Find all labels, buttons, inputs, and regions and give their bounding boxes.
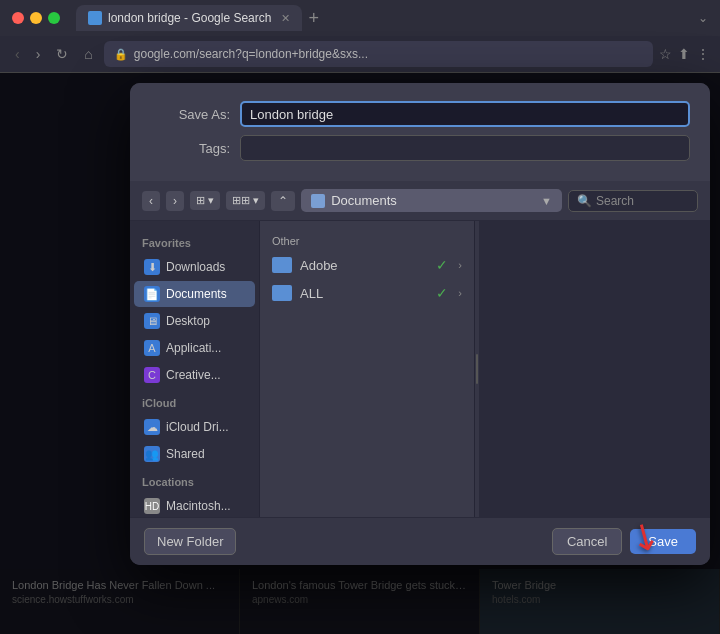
file-item-all[interactable]: ALL ✓ › bbox=[260, 279, 474, 307]
close-button[interactable] bbox=[12, 12, 24, 24]
save-button[interactable]: Save bbox=[630, 529, 696, 554]
sidebar-item-desktop[interactable]: 🖥 Desktop bbox=[134, 308, 255, 334]
column-view-button[interactable]: ⊞ ▾ bbox=[190, 191, 220, 210]
tags-label: Tags: bbox=[150, 141, 230, 156]
tab-close-button[interactable]: ✕ bbox=[281, 12, 290, 25]
sidebar-item-macintos[interactable]: HD Macintosh... bbox=[134, 493, 255, 517]
save-dialog: Save As: Tags: ‹ › ⊞ ▾ ⊞⊞ ▾ ⌃ Documents … bbox=[130, 83, 710, 565]
save-as-row: Save As: bbox=[150, 101, 690, 127]
toolbar-back-button[interactable]: ‹ bbox=[142, 191, 160, 211]
file-arrow-adobe: › bbox=[458, 259, 462, 271]
sidebar-item-label-desktop: Desktop bbox=[166, 314, 210, 328]
sidebar-item-label-icloud: iCloud Dri... bbox=[166, 420, 229, 434]
toolbar-forward-button[interactable]: › bbox=[166, 191, 184, 211]
browser-chrome: london bridge - Google Search ✕ + ⌄ ‹ › … bbox=[0, 0, 720, 73]
pane-divider[interactable] bbox=[475, 221, 479, 517]
pane-divider-handle bbox=[476, 354, 478, 384]
title-bar: london bridge - Google Search ✕ + ⌄ bbox=[0, 0, 720, 36]
documents-icon: 📄 bbox=[144, 286, 160, 302]
sidebar-item-applications[interactable]: A Applicati... bbox=[134, 335, 255, 361]
save-as-input[interactable] bbox=[240, 101, 690, 127]
traffic-lights bbox=[12, 12, 60, 24]
grid-view-button[interactable]: ⊞⊞ ▾ bbox=[226, 191, 265, 210]
sidebar-item-documents[interactable]: 📄 Documents bbox=[134, 281, 255, 307]
tab-expand-button[interactable]: ⌄ bbox=[698, 11, 708, 25]
sidebar-item-label-applications: Applicati... bbox=[166, 341, 221, 355]
sidebar-item-downloads[interactable]: ⬇ Downloads bbox=[134, 254, 255, 280]
location-folder-icon bbox=[311, 194, 325, 208]
creative-icon: C bbox=[144, 367, 160, 383]
forward-button[interactable]: › bbox=[31, 43, 46, 65]
files-section-label: Other bbox=[260, 229, 474, 251]
nav-bar: ‹ › ↻ ⌂ 🔒 google.com/search?q=london+bri… bbox=[0, 36, 720, 72]
desktop-icon: 🖥 bbox=[144, 313, 160, 329]
file-arrow-all: › bbox=[458, 287, 462, 299]
location-dropdown[interactable]: Documents ▼ bbox=[301, 189, 562, 212]
lock-icon: 🔒 bbox=[114, 48, 128, 61]
sidebar-item-label-shared: Shared bbox=[166, 447, 205, 461]
file-item-adobe[interactable]: Adobe ✓ › bbox=[260, 251, 474, 279]
dialog-body: Favorites ⬇ Downloads 📄 Documents 🖥 Desk… bbox=[130, 221, 710, 517]
bookmark-icon[interactable]: ☆ bbox=[659, 46, 672, 62]
new-folder-button[interactable]: New Folder bbox=[144, 528, 236, 555]
file-list-pane: Other Adobe ✓ › ALL ✓ › bbox=[260, 221, 475, 517]
dropdown-chevron: ▼ bbox=[541, 195, 552, 207]
sidebar-item-label-creative: Creative... bbox=[166, 368, 221, 382]
icloud-drive-icon: ☁ bbox=[144, 419, 160, 435]
dialog-toolbar: ‹ › ⊞ ▾ ⊞⊞ ▾ ⌃ Documents ▼ 🔍 Search bbox=[130, 181, 710, 221]
more-icon[interactable]: ⋮ bbox=[696, 46, 710, 62]
sidebar-item-creative[interactable]: C Creative... bbox=[134, 362, 255, 388]
dialog-bottom: New Folder Cancel Save bbox=[130, 517, 710, 565]
shared-icon: 👥 bbox=[144, 446, 160, 462]
save-as-label: Save As: bbox=[150, 107, 230, 122]
cancel-button[interactable]: Cancel bbox=[552, 528, 622, 555]
back-button[interactable]: ‹ bbox=[10, 43, 25, 65]
file-preview-pane bbox=[479, 221, 710, 517]
minimize-button[interactable] bbox=[30, 12, 42, 24]
address-bar[interactable]: 🔒 google.com/search?q=london+bridge&sxs.… bbox=[104, 41, 653, 67]
tags-input[interactable] bbox=[240, 135, 690, 161]
sidebar-item-icloud-drive[interactable]: ☁ iCloud Dri... bbox=[134, 414, 255, 440]
content-area: London Bridge Has Never Fallen Down ... … bbox=[0, 73, 720, 634]
sidebar: Favorites ⬇ Downloads 📄 Documents 🖥 Desk… bbox=[130, 221, 260, 517]
tab-title: london bridge - Google Search bbox=[108, 11, 271, 25]
expand-button[interactable]: ⌃ bbox=[271, 191, 295, 211]
search-box[interactable]: 🔍 Search bbox=[568, 190, 698, 212]
maximize-button[interactable] bbox=[48, 12, 60, 24]
new-tab-button[interactable]: + bbox=[308, 8, 319, 29]
favorites-section-label: Favorites bbox=[130, 229, 259, 253]
tab-favicon bbox=[88, 11, 102, 25]
address-text: google.com/search?q=london+bridge&sxs... bbox=[134, 47, 368, 61]
home-button[interactable]: ⌂ bbox=[79, 43, 97, 65]
sidebar-item-label-documents: Documents bbox=[166, 287, 227, 301]
nav-icons-right: ☆ ⬆ ⋮ bbox=[659, 46, 710, 62]
sidebar-item-label-downloads: Downloads bbox=[166, 260, 225, 274]
location-label: Documents bbox=[331, 193, 397, 208]
file-check-all: ✓ bbox=[436, 285, 448, 301]
file-check-adobe: ✓ bbox=[436, 257, 448, 273]
sidebar-item-label-macintos: Macintosh... bbox=[166, 499, 231, 513]
folder-icon-all bbox=[272, 285, 292, 301]
sidebar-item-shared[interactable]: 👥 Shared bbox=[134, 441, 255, 467]
reload-button[interactable]: ↻ bbox=[51, 43, 73, 65]
locations-section-label: Locations bbox=[130, 468, 259, 492]
applications-icon: A bbox=[144, 340, 160, 356]
file-area: Other Adobe ✓ › ALL ✓ › bbox=[260, 221, 710, 517]
file-name-adobe: Adobe bbox=[300, 258, 338, 273]
share-icon[interactable]: ⬆ bbox=[678, 46, 690, 62]
macintos-icon: HD bbox=[144, 498, 160, 514]
dialog-header: Save As: Tags: bbox=[130, 83, 710, 181]
search-placeholder: Search bbox=[596, 194, 634, 208]
tab-bar: london bridge - Google Search ✕ + ⌄ bbox=[76, 5, 708, 31]
tags-row: Tags: bbox=[150, 135, 690, 161]
active-tab[interactable]: london bridge - Google Search ✕ bbox=[76, 5, 302, 31]
icloud-section-label: iCloud bbox=[130, 389, 259, 413]
file-name-all: ALL bbox=[300, 286, 323, 301]
search-icon: 🔍 bbox=[577, 194, 592, 208]
downloads-icon: ⬇ bbox=[144, 259, 160, 275]
folder-icon-adobe bbox=[272, 257, 292, 273]
